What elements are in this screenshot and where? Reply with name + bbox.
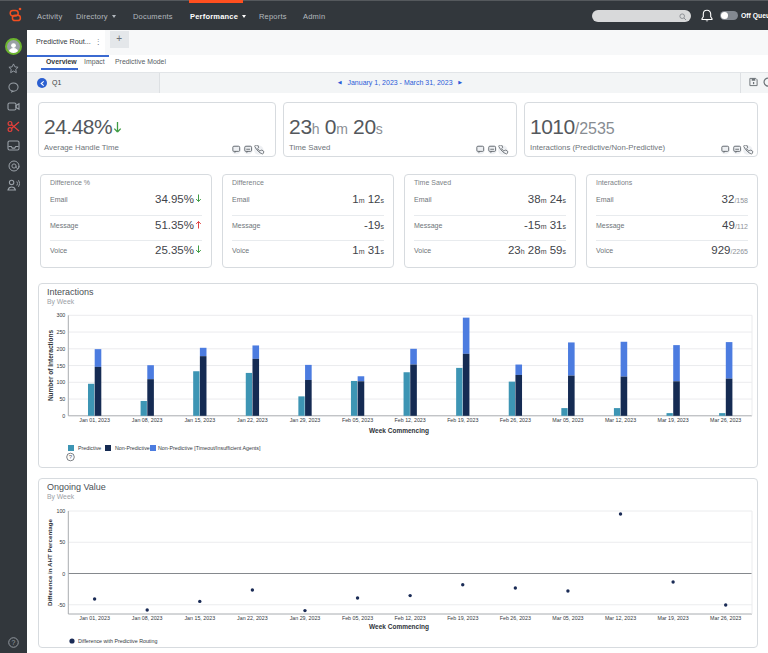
svg-text:Feb 12, 2023: Feb 12, 2023 (395, 417, 426, 423)
svg-text:Difference in AHT Percentage: Difference in AHT Percentage (46, 519, 53, 606)
svg-text:Predictive: Predictive (78, 445, 101, 451)
svg-text:Non-Predictive [Timeout/Insuff: Non-Predictive [Timeout/Insufficient Age… (158, 445, 261, 451)
svg-text:Week Commencing: Week Commencing (369, 427, 429, 435)
svg-text:Feb 19, 2023: Feb 19, 2023 (447, 615, 478, 621)
svg-text:Jan 22, 2023: Jan 22, 2023 (237, 615, 268, 621)
svg-text:Jan 01, 2023: Jan 01, 2023 (79, 417, 110, 423)
svg-text:Jan 22, 2023: Jan 22, 2023 (237, 417, 268, 423)
svg-text:0: 0 (62, 413, 65, 419)
svg-text:Mar 26, 2023: Mar 26, 2023 (710, 417, 741, 423)
svg-text:100: 100 (56, 379, 65, 385)
svg-text:250: 250 (56, 329, 65, 335)
svg-text:Jan 08, 2023: Jan 08, 2023 (132, 417, 163, 423)
svg-text:Mar 05, 2023: Mar 05, 2023 (552, 417, 583, 423)
svg-text:Feb 05, 2023: Feb 05, 2023 (342, 417, 373, 423)
svg-text:Number of Interactions: Number of Interactions (47, 330, 54, 402)
svg-text:Jan 15, 2023: Jan 15, 2023 (184, 615, 215, 621)
svg-text:Feb 12, 2023: Feb 12, 2023 (395, 615, 426, 621)
svg-text:50: 50 (59, 396, 65, 402)
svg-text:Mar 12, 2023: Mar 12, 2023 (605, 615, 636, 621)
svg-text:Week Commencing: Week Commencing (369, 623, 429, 631)
svg-text:Mar 05, 2023: Mar 05, 2023 (552, 615, 583, 621)
svg-text:100: 100 (56, 508, 65, 514)
svg-text:300: 300 (56, 312, 65, 318)
svg-text:50: 50 (59, 539, 65, 545)
svg-text:-50: -50 (58, 602, 66, 608)
svg-text:Jan 15, 2023: Jan 15, 2023 (184, 417, 215, 423)
svg-text:Feb 19, 2023: Feb 19, 2023 (447, 417, 478, 423)
svg-text:150: 150 (56, 363, 65, 369)
svg-text:Feb 05, 2023: Feb 05, 2023 (342, 615, 373, 621)
svg-text:Mar 12, 2023: Mar 12, 2023 (605, 417, 636, 423)
svg-text:Non-Predictive: Non-Predictive (115, 445, 150, 451)
svg-text:Mar 19, 2023: Mar 19, 2023 (658, 615, 689, 621)
svg-text:?: ? (69, 454, 73, 460)
svg-text:Jan 01, 2023: Jan 01, 2023 (79, 615, 110, 621)
svg-text:Mar 19, 2023: Mar 19, 2023 (658, 417, 689, 423)
svg-text:Jan 29, 2023: Jan 29, 2023 (290, 615, 321, 621)
svg-text:Mar 26, 2023: Mar 26, 2023 (710, 615, 741, 621)
svg-text:Jan 08, 2023: Jan 08, 2023 (132, 615, 163, 621)
svg-text:Feb 26, 2023: Feb 26, 2023 (500, 417, 531, 423)
svg-text:Difference with Predictive Rou: Difference with Predictive Routing (78, 638, 157, 644)
svg-text:?: ? (12, 639, 16, 646)
svg-text:200: 200 (56, 346, 65, 352)
svg-text:Feb 26, 2023: Feb 26, 2023 (500, 615, 531, 621)
svg-text:Jan 29, 2023: Jan 29, 2023 (290, 417, 321, 423)
svg-text:0: 0 (62, 571, 65, 577)
